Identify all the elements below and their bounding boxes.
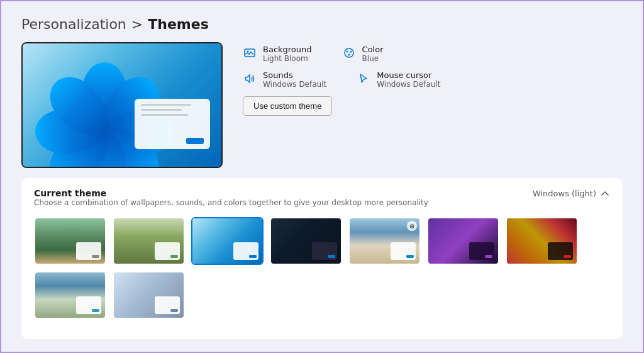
preview-line-2 <box>141 109 182 111</box>
background-label: Background <box>263 45 312 54</box>
color-value: Blue <box>362 54 384 63</box>
sounds-label: Sounds <box>263 70 326 80</box>
theme-card-win11[interactable] <box>191 217 264 265</box>
svg-point-4 <box>350 51 352 53</box>
image-icon <box>243 46 257 60</box>
theme-mini-win-river <box>76 296 101 314</box>
preview-button <box>186 138 204 144</box>
preview-window <box>135 99 210 149</box>
theme-card-river[interactable] <box>34 271 106 319</box>
theme-mini-btn <box>92 309 99 312</box>
mouse-info: Mouse cursor Windows Default <box>357 70 440 89</box>
sounds-text: Sounds Windows Default <box>263 70 326 89</box>
info-row-1: Background Light Bloom <box>243 45 440 63</box>
theme-mini-btn <box>328 255 335 258</box>
background-value: Light Bloom <box>263 54 312 63</box>
theme-mini-win-white-flower <box>155 296 180 314</box>
theme-mini-btn <box>92 255 99 258</box>
background-text: Background Light Bloom <box>263 45 312 63</box>
theme-mini-win-coast <box>391 242 416 260</box>
sound-icon <box>243 72 257 86</box>
breadcrumb: Personalization > Themes <box>21 16 623 32</box>
theme-mini-btn <box>406 255 414 258</box>
background-info: Background Light Bloom <box>243 45 312 63</box>
theme-card-dark-win11[interactable] <box>270 217 342 265</box>
preview-line-3 <box>141 114 188 116</box>
theme-mini-win-forest <box>76 242 101 260</box>
theme-preview-card <box>21 42 223 168</box>
top-section: Background Light Bloom <box>21 42 623 168</box>
theme-mini-btn <box>485 255 492 258</box>
color-label: Color <box>362 45 384 54</box>
theme-card-purple[interactable] <box>427 217 499 265</box>
theme-card-coast[interactable]: ⊕ <box>348 217 421 265</box>
theme-card-white-flower[interactable] <box>113 271 185 319</box>
theme-mini-win-win11 <box>233 242 258 260</box>
cursor-icon <box>357 72 370 86</box>
current-theme-section: Current theme Choose a combination of wa… <box>21 178 623 339</box>
theme-mini-win-dark-win11 <box>312 242 337 260</box>
breadcrumb-personalization[interactable]: Personalization <box>21 16 126 32</box>
mouse-value: Windows Default <box>377 80 440 89</box>
preview-wallpaper <box>23 43 221 167</box>
current-theme-name: Windows (light) <box>533 189 596 198</box>
theme-mini-btn <box>170 309 178 312</box>
mouse-label: Mouse cursor <box>377 70 440 80</box>
theme-mini-win-ruins <box>155 242 180 260</box>
theme-mini-win-purple <box>469 242 494 260</box>
color-info: Color Blue <box>342 45 384 63</box>
theme-mini-btn <box>170 255 178 258</box>
use-custom-theme-button[interactable]: Use custom theme <box>243 96 332 116</box>
mouse-text: Mouse cursor Windows Default <box>377 70 440 89</box>
svg-point-5 <box>348 54 350 56</box>
theme-badge-coast: ⊕ <box>407 221 417 231</box>
theme-mini-btn <box>249 255 257 258</box>
theme-info: Background Light Bloom <box>243 42 440 116</box>
section-header: Current theme Choose a combination of wa… <box>34 188 610 215</box>
svg-point-1 <box>247 51 249 53</box>
chevron-up-icon <box>600 188 610 198</box>
theme-card-colorful[interactable] <box>506 217 578 265</box>
color-icon <box>342 46 356 60</box>
preview-line-1 <box>141 104 191 106</box>
info-row-2: Sounds Windows Default Mouse cursor Wind… <box>243 70 440 89</box>
theme-card-forest[interactable] <box>34 217 106 265</box>
section-title-block: Current theme Choose a combination of wa… <box>34 188 428 215</box>
theme-mini-btn <box>564 255 571 258</box>
svg-point-2 <box>345 48 353 57</box>
sounds-value: Windows Default <box>263 80 326 89</box>
section-subtitle: Choose a combination of wallpapers, soun… <box>34 198 428 207</box>
page-title: Themes <box>148 16 209 32</box>
section-title: Current theme <box>34 188 428 198</box>
color-text: Color Blue <box>362 45 384 63</box>
svg-point-3 <box>346 51 348 53</box>
sounds-info: Sounds Windows Default <box>243 70 326 89</box>
breadcrumb-separator: > <box>131 16 143 32</box>
theme-mini-win-colorful <box>548 242 573 260</box>
theme-card-ruins[interactable] <box>113 217 185 265</box>
section-status[interactable]: Windows (light) <box>533 188 610 198</box>
theme-grid: ⊕ <box>34 217 610 319</box>
